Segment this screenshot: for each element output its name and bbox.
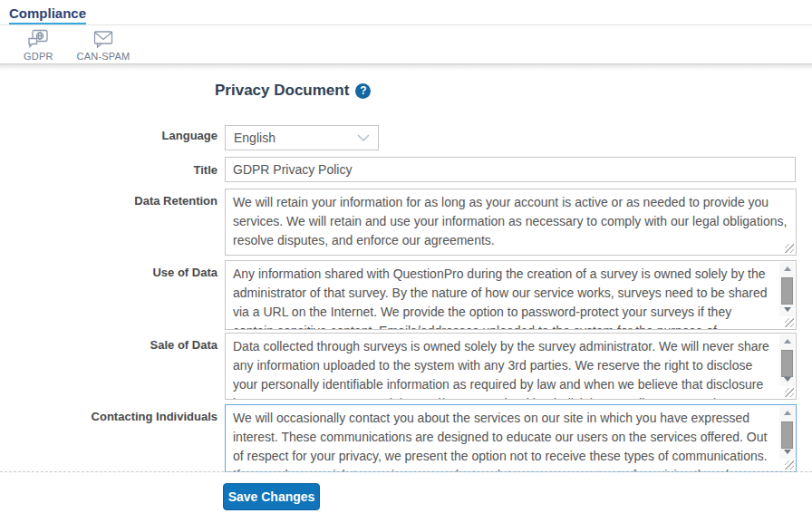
contacting-individuals-textarea[interactable]: We will occasionally contact you about t… <box>225 404 797 472</box>
contacting-individuals-label: Contacting Individuals <box>0 410 218 423</box>
page-title-text: Privacy Document <box>215 82 349 100</box>
scroll-down-icon[interactable] <box>779 303 795 316</box>
use-of-data-text: Any information shared with QuestionPro … <box>226 261 779 329</box>
envelope-message-icon <box>92 29 114 49</box>
scroll-up-icon[interactable] <box>779 406 795 420</box>
compliance-page: Compliance GDPR <box>0 0 812 523</box>
breadcrumb[interactable]: Compliance <box>9 5 86 24</box>
title-label: Title <box>0 163 218 177</box>
use-of-data-label: Use of Data <box>0 266 218 279</box>
dashed-divider <box>0 471 812 472</box>
resize-handle-icon[interactable] <box>785 388 794 397</box>
tab-can-spam[interactable]: CAN-SPAM <box>72 25 136 62</box>
scroll-down-icon[interactable] <box>779 373 795 386</box>
save-changes-button[interactable]: Save Changes <box>223 483 320 510</box>
use-of-data-textarea[interactable]: Any information shared with QuestionPro … <box>225 260 797 330</box>
scroll-down-icon[interactable] <box>779 445 795 459</box>
resize-handle-icon[interactable] <box>785 460 794 470</box>
scroll-up-icon[interactable] <box>779 334 795 348</box>
tab-gdpr[interactable]: GDPR <box>18 25 59 62</box>
page-title: Privacy Document ? <box>215 82 371 100</box>
resize-handle-icon[interactable] <box>785 244 794 253</box>
language-select-value: English <box>234 131 276 145</box>
sale-of-data-label: Sale of Data <box>0 338 218 352</box>
tab-gdpr-label: GDPR <box>24 51 53 62</box>
gdpr-globe-chat-icon <box>27 29 49 49</box>
language-label: Language <box>0 129 218 142</box>
toolbar: GDPR CAN-SPAM <box>0 25 812 63</box>
resize-handle-icon[interactable] <box>785 318 794 327</box>
chevron-down-icon <box>357 134 370 141</box>
scroll-up-icon[interactable] <box>779 262 795 276</box>
scrollbar[interactable] <box>779 262 795 316</box>
toolbar-shadow <box>0 64 812 70</box>
tab-can-spam-label: CAN-SPAM <box>77 51 130 62</box>
title-input[interactable] <box>225 157 796 182</box>
sale-of-data-textarea[interactable]: Data collected through surveys is owned … <box>225 333 797 400</box>
data-retention-label: Data Retention <box>0 194 218 208</box>
question-mark-icon[interactable]: ? <box>355 83 371 99</box>
scrollbar[interactable] <box>779 406 795 459</box>
contacting-individuals-text: We will occasionally contact you about t… <box>226 405 779 471</box>
sale-of-data-text: Data collected through surveys is owned … <box>226 334 779 399</box>
language-select[interactable]: English <box>225 125 379 150</box>
scrollbar-thumb[interactable] <box>781 277 793 305</box>
data-retention-textarea[interactable]: We will retain your information for as l… <box>225 189 797 256</box>
scrollbar[interactable] <box>779 334 795 386</box>
data-retention-text: We will retain your information for as l… <box>226 189 796 255</box>
